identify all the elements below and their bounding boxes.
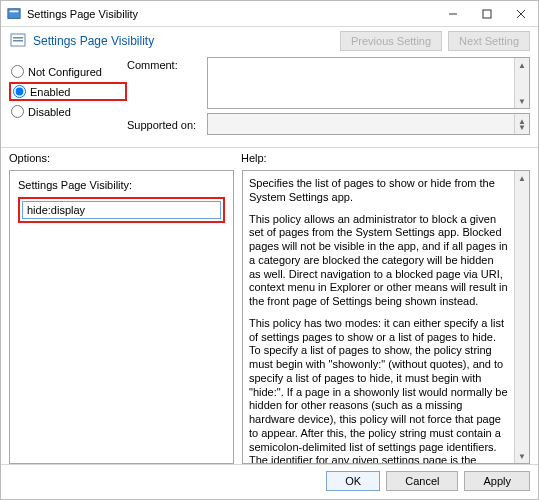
- svg-rect-8: [13, 40, 23, 42]
- radio-not-configured-label: Not Configured: [28, 66, 102, 78]
- radio-disabled-label: Disabled: [28, 106, 71, 118]
- help-paragraph: This policy has two modes: it can either…: [249, 317, 508, 463]
- option-input-highlight: [18, 197, 225, 223]
- supported-scrollbar[interactable]: ▲ ▼: [514, 114, 529, 134]
- options-pane: Settings Page Visibility:: [9, 170, 234, 464]
- radio-not-configured[interactable]: Not Configured: [9, 64, 127, 79]
- previous-setting-button[interactable]: Previous Setting: [340, 31, 442, 51]
- scroll-down-icon[interactable]: ▼: [515, 120, 529, 134]
- scroll-down-icon[interactable]: ▼: [515, 449, 529, 463]
- page-header: Settings Page Visibility Previous Settin…: [1, 27, 538, 53]
- app-icon: [7, 7, 21, 21]
- comment-row: Comment: ▲ ▼: [127, 57, 530, 109]
- svg-rect-7: [13, 37, 23, 39]
- scroll-up-icon[interactable]: ▲: [515, 171, 529, 185]
- svg-rect-3: [483, 10, 491, 18]
- help-paragraph: Specifies the list of pages to show or h…: [249, 177, 508, 205]
- close-button[interactable]: [504, 1, 538, 26]
- section-labels: Options: Help:: [1, 148, 538, 168]
- window-buttons: [436, 1, 538, 26]
- radio-not-configured-input[interactable]: [11, 65, 24, 78]
- config-area: Not Configured Enabled Disabled Comment:…: [1, 53, 538, 147]
- supported-label: Supported on:: [127, 117, 207, 131]
- help-scrollbar[interactable]: ▲ ▼: [514, 171, 529, 463]
- radio-disabled[interactable]: Disabled: [9, 104, 127, 119]
- window-title: Settings Page Visibility: [27, 8, 436, 20]
- help-paragraph: This policy allows an administrator to b…: [249, 213, 508, 309]
- radio-enabled-label: Enabled: [30, 86, 70, 98]
- supported-on-field: ▲ ▼: [207, 113, 530, 135]
- help-heading: Help:: [241, 152, 267, 164]
- fields-column: Comment: ▲ ▼ Supported on: ▲ ▼: [127, 57, 530, 139]
- radio-enabled-input[interactable]: [13, 85, 26, 98]
- cancel-button[interactable]: Cancel: [386, 471, 458, 491]
- help-pane: Specifies the list of pages to show or h…: [242, 170, 530, 464]
- page-title: Settings Page Visibility: [33, 34, 334, 48]
- maximize-button[interactable]: [470, 1, 504, 26]
- lower-panes: Settings Page Visibility: Specifies the …: [1, 168, 538, 464]
- settings-dialog: Settings Page Visibility Settings Page V…: [0, 0, 539, 500]
- next-setting-button[interactable]: Next Setting: [448, 31, 530, 51]
- svg-rect-1: [10, 10, 19, 12]
- titlebar: Settings Page Visibility: [1, 1, 538, 27]
- ok-button[interactable]: OK: [326, 471, 380, 491]
- state-radio-group: Not Configured Enabled Disabled: [9, 57, 127, 139]
- radio-enabled[interactable]: Enabled: [9, 82, 127, 101]
- minimize-button[interactable]: [436, 1, 470, 26]
- options-heading: Options:: [9, 152, 241, 164]
- help-text: Specifies the list of pages to show or h…: [243, 171, 514, 463]
- comment-label: Comment:: [127, 57, 207, 71]
- comment-textarea[interactable]: ▲ ▼: [207, 57, 530, 109]
- scroll-up-icon[interactable]: ▲: [515, 58, 529, 72]
- comment-scrollbar[interactable]: ▲ ▼: [514, 58, 529, 108]
- supported-row: Supported on: ▲ ▼: [127, 113, 530, 135]
- apply-button[interactable]: Apply: [464, 471, 530, 491]
- dialog-footer: OK Cancel Apply: [1, 464, 538, 499]
- page-icon: [9, 32, 27, 50]
- radio-disabled-input[interactable]: [11, 105, 24, 118]
- svg-rect-0: [8, 8, 20, 18]
- scroll-down-icon[interactable]: ▼: [515, 94, 529, 108]
- option-field-label: Settings Page Visibility:: [18, 179, 225, 191]
- visibility-input[interactable]: [22, 201, 221, 219]
